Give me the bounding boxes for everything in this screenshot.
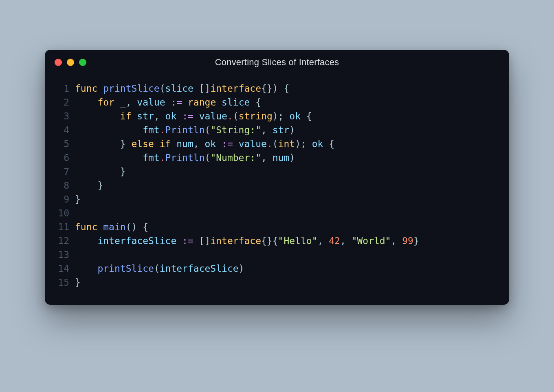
code-line[interactable]: 2 for _, value := range slice { [50, 95, 498, 109]
line-number: 5 [50, 137, 75, 151]
line-content: func main() { [75, 220, 148, 234]
traffic-lights [55, 59, 86, 66]
code-line[interactable]: 15} [50, 275, 498, 289]
code-line[interactable]: 11func main() { [50, 220, 498, 234]
line-content: } [75, 275, 81, 289]
line-number: 1 [50, 81, 75, 95]
line-number: 12 [50, 234, 75, 248]
code-line[interactable]: 1func printSlice(slice []interface{}) { [50, 81, 498, 95]
line-number: 9 [50, 192, 75, 206]
line-number: 13 [50, 248, 75, 262]
window-title: Converting Slices of Interfaces [45, 57, 509, 68]
line-content: if str, ok := value.(string); ok { [75, 109, 312, 123]
code-line[interactable]: 3 if str, ok := value.(string); ok { [50, 109, 498, 123]
line-number: 11 [50, 220, 75, 234]
code-line[interactable]: 10 [50, 206, 498, 220]
line-number: 6 [50, 151, 75, 165]
code-line[interactable]: 13 [50, 248, 498, 262]
line-content: } [75, 165, 126, 178]
line-number: 10 [50, 206, 75, 220]
code-window: Converting Slices of Interfaces 1func pr… [45, 50, 509, 305]
line-number: 14 [50, 262, 75, 275]
line-content: fmt.Println("String:", str) [75, 123, 295, 137]
zoom-icon[interactable] [79, 59, 86, 66]
line-number: 8 [50, 178, 75, 192]
line-content: interfaceSlice := []interface{}{"Hello",… [75, 234, 419, 248]
window-titlebar: Converting Slices of Interfaces [45, 50, 509, 75]
code-line[interactable]: 5 } else if num, ok := value.(int); ok { [50, 137, 498, 151]
line-number: 2 [50, 95, 75, 109]
code-editor[interactable]: 1func printSlice(slice []interface{}) {2… [45, 75, 509, 289]
close-icon[interactable] [55, 59, 62, 66]
line-number: 3 [50, 109, 75, 123]
line-content: } else if num, ok := value.(int); ok { [75, 137, 334, 151]
line-number: 15 [50, 275, 75, 289]
code-line[interactable]: 9} [50, 192, 498, 206]
code-line[interactable]: 8 } [50, 178, 498, 192]
line-content: printSlice(interfaceSlice) [75, 262, 244, 275]
line-number: 7 [50, 165, 75, 178]
line-content: } [75, 192, 81, 206]
line-content: } [75, 178, 103, 192]
line-content: fmt.Println("Number:", num) [75, 151, 295, 165]
line-content: func printSlice(slice []interface{}) { [75, 81, 289, 95]
code-line[interactable]: 4 fmt.Println("String:", str) [50, 123, 498, 137]
code-line[interactable]: 6 fmt.Println("Number:", num) [50, 151, 498, 165]
minimize-icon[interactable] [67, 59, 74, 66]
code-line[interactable]: 12 interfaceSlice := []interface{}{"Hell… [50, 234, 498, 248]
code-line[interactable]: 14 printSlice(interfaceSlice) [50, 262, 498, 275]
code-line[interactable]: 7 } [50, 165, 498, 178]
line-content: for _, value := range slice { [75, 95, 261, 109]
line-number: 4 [50, 123, 75, 137]
